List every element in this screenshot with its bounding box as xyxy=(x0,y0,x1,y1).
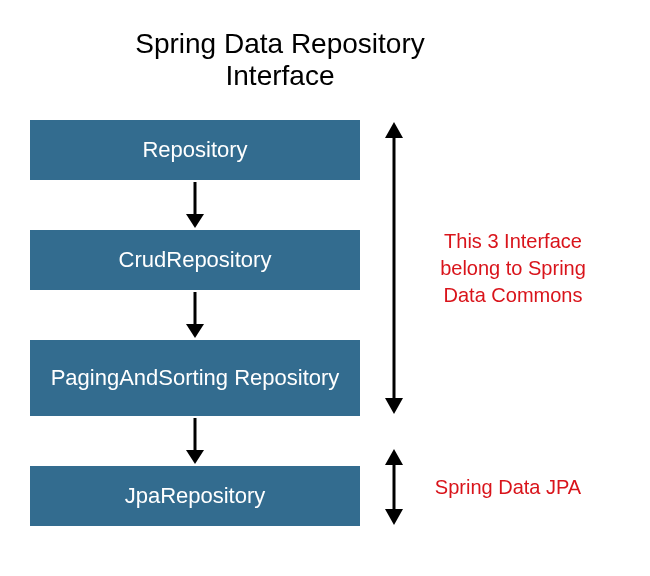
double-arrow-vertical-icon xyxy=(378,448,410,526)
box-paging-sorting-repository-label: PagingAndSorting Repository xyxy=(51,364,340,392)
diagram-title: Spring Data Repository Interface xyxy=(90,28,470,92)
svg-marker-7 xyxy=(385,122,403,138)
svg-marker-1 xyxy=(186,214,204,228)
annotation-column: This 3 Interface belong to Spring Data C… xyxy=(378,120,598,526)
svg-marker-11 xyxy=(385,509,403,525)
down-arrow-icon xyxy=(183,290,207,340)
down-arrow-icon xyxy=(183,416,207,466)
box-repository: Repository xyxy=(30,120,360,180)
box-jpa-repository-label: JpaRepository xyxy=(125,482,266,510)
bracket-jpa-group: Spring Data JPA xyxy=(378,448,598,526)
svg-marker-10 xyxy=(385,449,403,465)
svg-marker-5 xyxy=(186,450,204,464)
diagram-area: Repository CrudRepository PagingAndSorti… xyxy=(30,120,620,526)
svg-marker-8 xyxy=(385,398,403,414)
annotation-jpa: Spring Data JPA xyxy=(428,474,588,501)
box-paging-sorting-repository: PagingAndSorting Repository xyxy=(30,340,360,416)
box-crud-repository: CrudRepository xyxy=(30,230,360,290)
down-arrow-icon xyxy=(183,180,207,230)
bracket-commons-group: This 3 Interface belong to Spring Data C… xyxy=(378,120,598,416)
double-arrow-vertical-icon xyxy=(378,120,410,416)
hierarchy-column: Repository CrudRepository PagingAndSorti… xyxy=(30,120,360,526)
svg-marker-3 xyxy=(186,324,204,338)
arrow-connector xyxy=(183,290,207,340)
arrow-connector xyxy=(183,416,207,466)
box-crud-repository-label: CrudRepository xyxy=(119,246,272,274)
box-repository-label: Repository xyxy=(142,136,247,164)
arrow-connector xyxy=(183,180,207,230)
annotation-commons: This 3 Interface belong to Spring Data C… xyxy=(428,228,598,309)
box-jpa-repository: JpaRepository xyxy=(30,466,360,526)
spacer xyxy=(378,416,598,448)
